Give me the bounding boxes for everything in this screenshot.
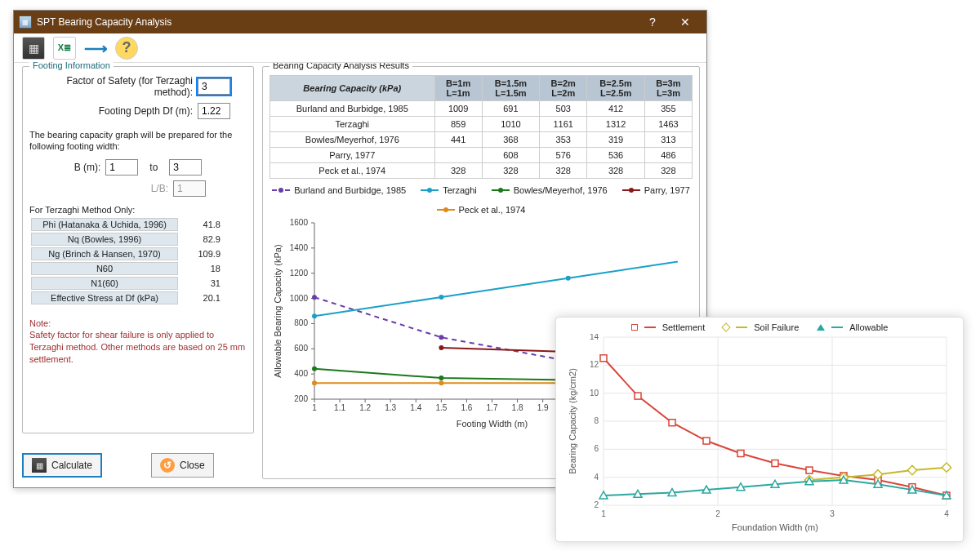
param-value: 109.9 [180,247,245,260]
legend-marker [631,324,638,331]
svg-text:1.4: 1.4 [410,403,421,412]
lb-label: L/B: [70,183,168,194]
calculate-button[interactable]: ▦ Calculate [22,453,102,478]
svg-rect-102 [806,467,813,473]
svg-text:200: 200 [294,394,308,403]
help-icon[interactable]: ? [115,37,138,60]
svg-rect-100 [737,450,744,456]
svg-text:800: 800 [294,318,308,327]
result-cell: 328 [587,163,644,179]
param-value: 82.9 [180,233,245,246]
calculate-label: Calculate [51,460,92,471]
param-value: 18 [180,262,245,275]
legend-item: Terzaghi [421,185,477,195]
result-cell: 328 [540,163,587,179]
svg-text:1.8: 1.8 [512,403,523,412]
result-cell: 1161 [540,117,587,132]
excel-export-icon[interactable]: X≣ [53,37,76,60]
svg-text:1000: 1000 [290,294,309,303]
svg-rect-110 [907,465,916,474]
svg-text:1.3: 1.3 [385,403,396,412]
legend-swatch [622,189,640,191]
svg-rect-101 [772,460,778,467]
b-from-input[interactable] [105,159,138,176]
results-row: Bowles/Meyerhof, 1976441368353319313 [270,132,693,148]
svg-text:1.1: 1.1 [334,403,345,412]
close-button[interactable]: ↺ Close [151,453,214,478]
close-window-button[interactable]: ✕ [669,11,702,33]
svg-text:1.9: 1.9 [537,403,549,412]
method-name: Parry, 1977 [270,148,435,163]
result-cell: 1009 [434,101,482,117]
svg-text:1200: 1200 [290,269,309,278]
svg-point-55 [566,276,571,281]
footing-info-legend: Footing Information [29,60,114,70]
svg-text:1.6: 1.6 [461,403,472,412]
legend-label: Settlement [662,322,706,332]
param-name: Ng (Brinch & Hansen, 1970) [31,247,178,260]
result-cell: 1312 [587,117,644,132]
result-cell: 1463 [644,117,692,132]
result-cell: 486 [644,148,692,163]
method-name: Terzaghi [270,117,435,132]
result-cell: 503 [540,101,587,117]
depth-input[interactable] [198,103,230,119]
param-name: Nq (Bowles, 1996) [31,233,178,246]
calculator-icon[interactable]: ▦ [22,37,45,60]
results-col-header: B=1.5mL=1.5m [482,76,539,101]
legend-marker [817,324,825,331]
results-main-header: Bearing Capacity (kPa) [270,76,435,101]
svg-point-58 [312,367,317,371]
result-cell: 319 [587,132,644,148]
run-arrow-icon[interactable]: ⟶ [84,37,107,60]
result-cell: 368 [482,132,539,148]
result-cell: 353 [540,132,587,148]
result-cell: 412 [587,101,644,117]
param-name: N60 [31,262,178,275]
svg-point-63 [439,345,443,350]
svg-text:2: 2 [715,509,720,518]
svg-text:1.7: 1.7 [487,403,498,412]
param-row: Nq (Bowles, 1996)82.9 [31,233,245,246]
param-name: N1(60) [31,277,178,290]
foundation-width-chart: 24681012141234Foundation Width (m)Bearin… [564,334,956,533]
svg-text:1.5: 1.5 [435,403,447,412]
param-row: Ng (Brinch & Hansen, 1970)109.9 [31,247,245,260]
legend-label: Bowles/Meyerhof, 1976 [514,185,608,195]
param-value: 41.8 [180,218,245,231]
legend-item: Settlement [631,322,706,332]
legend-item: Parry, 1977 [622,185,690,195]
param-name: Phi (Hatanaka & Uchida, 1996) [31,218,178,231]
b-to-input[interactable] [169,159,202,176]
svg-text:1: 1 [312,403,317,412]
left-panel: Footing Information Factor of Safety (fo… [14,63,262,487]
legend-swatch [421,189,439,191]
result-cell: 536 [587,148,644,163]
svg-rect-111 [942,463,951,472]
help-button[interactable]: ? [636,11,669,33]
method-name: Bowles/Meyerhof, 1976 [270,132,435,148]
legend-label: Peck et al., 1974 [459,205,526,215]
svg-text:600: 600 [294,344,308,353]
bottom-buttons: ▦ Calculate ↺ Close [22,453,254,478]
svg-text:400: 400 [294,369,308,378]
back-icon: ↺ [160,458,175,473]
svg-point-67 [312,380,317,385]
svg-text:1.2: 1.2 [359,403,371,412]
fos-input[interactable] [198,78,230,95]
legend-item: Peck et al., 1974 [437,205,526,215]
svg-text:1600: 1600 [290,218,309,227]
fos-label: Factor of Safety (for Terzaghi method): [29,75,193,98]
results-row: Parry, 1977608576536486 [270,148,693,163]
svg-point-49 [439,335,443,340]
svg-text:12: 12 [590,360,599,369]
results-col-header: B=2mL=2m [540,76,587,101]
results-col-header: B=2.5mL=2.5m [587,76,644,101]
results-table: Bearing Capacity (kPa)B=1mL=1mB=1.5mL=1.… [270,75,693,179]
window-title: SPT Bearing Capacity Analysis [37,16,636,28]
result-cell: 328 [644,163,692,179]
results-row: Burland and Burbidge, 198510096915034123… [270,101,693,117]
method-name: Burland and Burbidge, 1985 [270,101,435,117]
legend-item: Soil Failure [723,322,799,332]
depth-label: Footing Depth Df (m): [29,105,193,117]
